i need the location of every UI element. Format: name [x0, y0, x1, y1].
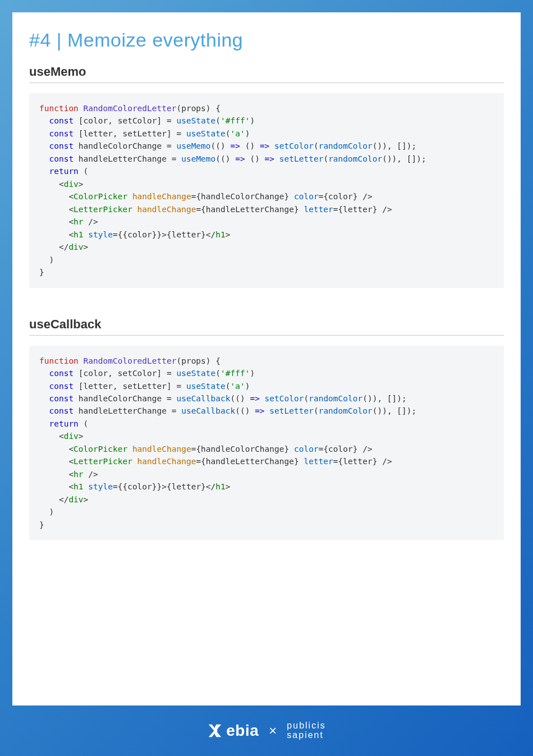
- ps-line2: sapient: [287, 731, 325, 740]
- section: useMemofunction RandomColoredLetter(prop…: [29, 65, 504, 288]
- slide-page: #4 | Memoize everything useMemofunction …: [12, 12, 521, 705]
- xebia-mark-icon: [207, 723, 223, 739]
- xebia-text: ebia: [226, 722, 259, 740]
- code-block: function RandomColoredLetter(props) { co…: [29, 93, 504, 288]
- section-heading: useCallback: [29, 317, 504, 336]
- section-heading: useMemo: [29, 65, 504, 83]
- code-block: function RandomColoredLetter(props) { co…: [29, 346, 504, 540]
- footer: ebia × publicis sapient: [0, 705, 533, 756]
- publicis-sapient-logo: publicis sapient: [287, 721, 325, 740]
- separator-icon: ×: [269, 723, 277, 739]
- ps-line1: publicis: [287, 721, 325, 731]
- xebia-logo: ebia: [207, 722, 259, 740]
- slide-title: #4 | Memoize everything: [29, 29, 504, 51]
- section: useCallbackfunction RandomColoredLetter(…: [29, 317, 504, 540]
